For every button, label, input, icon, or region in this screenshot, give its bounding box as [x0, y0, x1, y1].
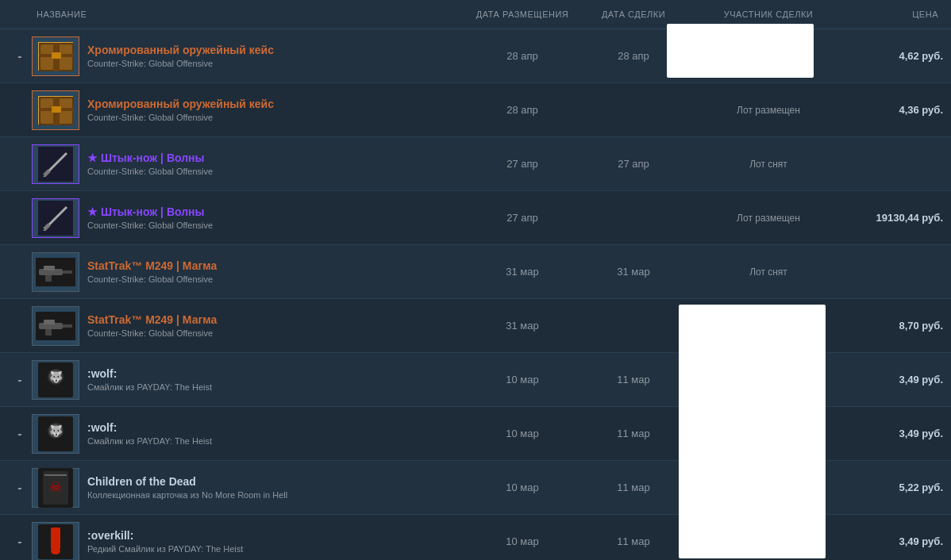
date-placed: 10 мар: [467, 428, 578, 439]
item-image: [32, 198, 79, 238]
date-deal: 11 мар: [578, 481, 689, 493]
item-game: Counter-Strike: Global Offensive: [87, 328, 217, 338]
participant: Лот снят: [689, 159, 848, 170]
item-info: Children of the Dead Коллекционная карто…: [87, 475, 287, 500]
svg-rect-21: [44, 266, 55, 270]
row-action[interactable]: -: [8, 373, 32, 387]
item-name: Children of the Dead: [87, 475, 287, 488]
item-image: 🐺: [32, 414, 79, 454]
item-game: Counter-Strike: Global Offensive: [87, 59, 274, 68]
date-placed: 10 мар: [467, 481, 578, 493]
item-image: [32, 90, 79, 130]
col-header-price: ЦЕНА: [848, 6, 943, 22]
row-action[interactable]: -: [8, 535, 32, 549]
svg-rect-41: [51, 527, 60, 550]
row-action[interactable]: -: [8, 49, 32, 63]
participant: Лот снят: [689, 267, 848, 278]
item-cell: ☠ Children of the Dead Коллекционная кар…: [32, 468, 467, 508]
date-placed: 27 апр: [467, 212, 578, 224]
item-name: ★ Штык-нож | Волны: [87, 205, 213, 218]
svg-rect-9: [52, 106, 61, 113]
item-info: Хромированный оружейный кейс Counter-Str…: [87, 44, 274, 68]
row-action[interactable]: -: [8, 481, 32, 495]
date-deal: 11 мар: [578, 374, 689, 385]
participant-overlay-1: [667, 24, 814, 78]
item-name: :wolf:: [87, 367, 212, 380]
item-game: Counter-Strike: Global Offensive: [87, 113, 274, 122]
item-game: Редкий Смайлик из PAYDAY: The Heist: [87, 544, 243, 554]
item-game: Смайлик из PAYDAY: The Heist: [87, 382, 212, 392]
item-image: [32, 252, 79, 292]
date-deal: 11 мар: [578, 428, 689, 439]
item-cell: :overkill: Редкий Смайлик из PAYDAY: The…: [32, 522, 467, 561]
col-header-date-deal: ДАТА СДЕЛКИ: [578, 6, 689, 22]
participant: Лот размещен: [689, 105, 848, 116]
svg-text:🐺: 🐺: [49, 370, 64, 384]
item-info: ★ Штык-нож | Волны Counter-Strike: Globa…: [87, 152, 213, 176]
price: 5,22 руб.: [848, 481, 943, 493]
item-info: :wolf: Смайлик из PAYDAY: The Heist: [87, 421, 212, 446]
item-cell: Хромированный оружейный кейс Counter-Str…: [32, 90, 467, 130]
item-game: Смайлик из PAYDAY: The Heist: [87, 436, 212, 446]
crate-icon: [38, 42, 73, 71]
price: 3,49 руб.: [848, 535, 943, 547]
date-deal: 27 апр: [578, 158, 689, 170]
item-cell: 🐺 :wolf: Смайлик из PAYDAY: The Heist: [32, 360, 467, 400]
date-placed: 10 мар: [467, 374, 578, 385]
item-cell: 🐺 :wolf: Смайлик из PAYDAY: The Heist: [32, 414, 467, 454]
item-name: Хромированный оружейный кейс: [87, 44, 274, 56]
item-image: [32, 36, 79, 76]
item-name: StatTrak™ M249 | Магма: [87, 313, 217, 326]
row-action[interactable]: -: [8, 427, 32, 441]
crate-icon: [38, 96, 73, 125]
svg-rect-39: [44, 474, 67, 476]
item-info: ★ Штык-нож | Волны Counter-Strike: Globa…: [87, 205, 213, 230]
col-header-name: НАЗВАНИЕ: [32, 6, 467, 22]
svg-rect-4: [52, 52, 61, 59]
table-row: ★ Штык-нож | Волны Counter-Strike: Globa…: [0, 191, 951, 245]
date-placed: 28 апр: [467, 104, 578, 116]
svg-point-42: [51, 548, 60, 554]
svg-rect-22: [45, 275, 52, 282]
date-placed: 28 апр: [467, 50, 578, 62]
item-cell: ★ Штык-нож | Волны Counter-Strike: Globa…: [32, 198, 467, 238]
item-info: :wolf: Смайлик из PAYDAY: The Heist: [87, 367, 212, 392]
item-image: [32, 522, 79, 561]
item-name: :wolf:: [87, 421, 212, 434]
table-row: Хромированный оружейный кейс Counter-Str…: [0, 83, 951, 137]
date-placed: 31 мар: [467, 266, 578, 278]
item-name: Хромированный оружейный кейс: [87, 98, 274, 110]
item-game: Коллекционная карточка из No More Room i…: [87, 490, 287, 500]
svg-rect-27: [45, 329, 52, 336]
item-info: Хромированный оружейный кейс Counter-Str…: [87, 98, 274, 122]
date-deal: 31 мар: [578, 266, 689, 278]
item-cell: StatTrak™ M249 | Магма Counter-Strike: G…: [32, 306, 467, 346]
item-image: [32, 144, 79, 184]
svg-text:🐺: 🐺: [49, 424, 64, 438]
svg-rect-26: [44, 320, 55, 324]
date-placed: 27 апр: [467, 158, 578, 170]
item-name: StatTrak™ M249 | Магма: [87, 259, 217, 272]
participant-overlay-2: [679, 305, 826, 558]
item-name: ★ Штык-нож | Волны: [87, 152, 213, 164]
item-image: ☠: [32, 468, 79, 508]
item-info: :overkill: Редкий Смайлик из PAYDAY: The…: [87, 529, 243, 554]
item-image: 🐺: [32, 360, 79, 400]
date-placed: 10 мар: [467, 535, 578, 547]
item-image: [32, 306, 79, 346]
price: 3,49 руб.: [848, 374, 943, 385]
date-deal: 11 мар: [578, 535, 689, 547]
item-game: Counter-Strike: Global Offensive: [87, 221, 213, 230]
item-cell: StatTrak™ M249 | Магма Counter-Strike: G…: [32, 252, 467, 292]
svg-rect-20: [63, 270, 72, 274]
item-info: StatTrak™ M249 | Магма Counter-Strike: G…: [87, 313, 217, 338]
col-header-empty: [8, 6, 32, 22]
item-game: Counter-Strike: Global Offensive: [87, 274, 217, 284]
price: 19130,44 руб.: [848, 212, 943, 224]
col-header-date-placed: ДАТА РАЗМЕЩЕНИЯ: [467, 6, 578, 22]
svg-rect-25: [63, 324, 72, 328]
date-placed: 31 мар: [467, 320, 578, 332]
table-row: StatTrak™ M249 | Магма Counter-Strike: G…: [0, 245, 951, 299]
price: 3,49 руб.: [848, 428, 943, 439]
col-header-participant: УЧАСТНИК СДЕЛКИ: [689, 6, 848, 22]
